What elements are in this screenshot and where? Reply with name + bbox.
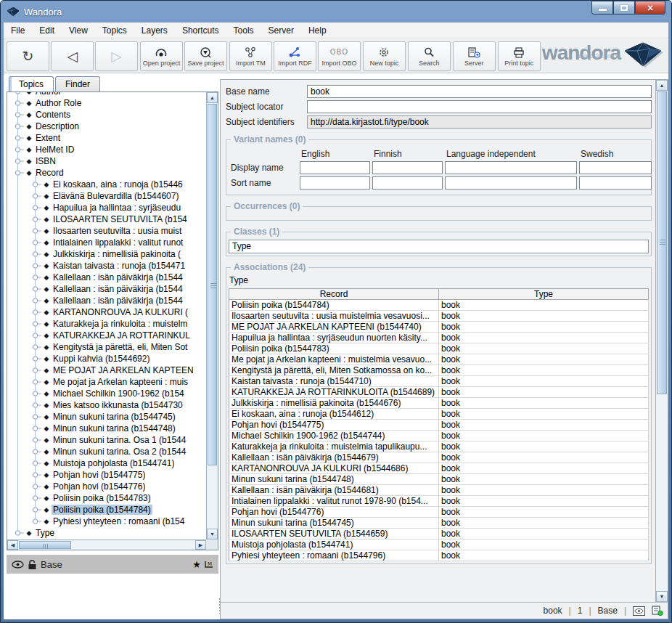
expand-handle-icon[interactable] bbox=[32, 248, 41, 260]
tree-item[interactable]: ◆Kallellaan : isän päiväkirja (b1544 bbox=[7, 283, 206, 295]
table-cell-type[interactable]: book bbox=[439, 365, 649, 376]
variant-input[interactable] bbox=[579, 161, 652, 174]
table-row[interactable]: KATURAKKEJA JA ROTTARINKULOITA (b1544689… bbox=[229, 387, 649, 398]
expand-handle-icon[interactable] bbox=[15, 121, 24, 132]
table-cell-type[interactable]: book bbox=[439, 452, 649, 463]
topic-preview-icon[interactable] bbox=[633, 606, 645, 616]
layer-bar[interactable]: Base ★ M bbox=[7, 555, 218, 574]
search-button[interactable]: Search bbox=[408, 41, 451, 71]
tree-scroll-thumb[interactable] bbox=[208, 104, 217, 465]
table-row[interactable]: Minun sukuni tarina (b1544745)book bbox=[229, 518, 649, 529]
tree-item[interactable]: ◆ISBN bbox=[7, 155, 206, 167]
expand-handle-icon[interactable] bbox=[32, 179, 41, 190]
tree-item[interactable]: ◆Minun sukuni tarina (b1544745) bbox=[7, 411, 206, 423]
tree-item[interactable]: ◆Pyhiesi yhteyteen : romaani (b154 bbox=[7, 516, 206, 527]
visibility-eye-icon[interactable] bbox=[12, 561, 24, 569]
expand-handle-icon[interactable] bbox=[32, 190, 41, 202]
tree-item[interactable]: ◆Author bbox=[7, 92, 206, 97]
tree-horizontal-scrollbar[interactable]: ◀ ▶ bbox=[7, 539, 206, 550]
menu-item-file[interactable]: File bbox=[4, 23, 32, 38]
tree-item[interactable]: ◆Minun sukuni tarina (b1544748) bbox=[7, 423, 206, 434]
titlebar[interactable]: Wandora bbox=[1, 1, 671, 23]
table-cell-record[interactable]: Kaistan taivasta : runoja (b1544710) bbox=[229, 376, 439, 387]
table-row[interactable]: Ilosaarten seutuvilta : uusia muistelmia… bbox=[229, 311, 649, 322]
menu-item-view[interactable]: View bbox=[62, 23, 95, 38]
expand-handle-icon[interactable] bbox=[15, 92, 24, 97]
table-cell-type[interactable]: book bbox=[439, 311, 649, 322]
expand-handle-icon[interactable] bbox=[15, 155, 24, 167]
expand-handle-icon[interactable] bbox=[32, 423, 41, 434]
tree-item[interactable]: ◆Kallellaan : isän päiväkirja (b1544 bbox=[7, 295, 206, 306]
expand-handle-icon[interactable] bbox=[32, 202, 41, 213]
star-icon[interactable]: ★ bbox=[192, 559, 201, 570]
table-cell-record[interactable]: Julkkiskirja : nimellisiä pakinoita (b15… bbox=[229, 398, 439, 409]
expand-handle-icon[interactable] bbox=[32, 353, 41, 365]
scroll-down-icon[interactable]: ▼ bbox=[207, 529, 218, 539]
minimize-button[interactable] bbox=[591, 1, 613, 15]
tree-item[interactable]: ◆Hapuilua ja hallintaa : syrjäseudu bbox=[7, 202, 206, 213]
expand-handle-icon[interactable] bbox=[32, 376, 41, 388]
table-row[interactable]: Poliisin poika (b1544784)book bbox=[229, 300, 649, 311]
scroll-left-icon[interactable]: ◀ bbox=[7, 540, 18, 550]
table-cell-type[interactable]: book bbox=[439, 300, 649, 311]
expand-handle-icon[interactable] bbox=[32, 318, 41, 330]
expand-handle-icon[interactable] bbox=[32, 365, 41, 376]
table-row[interactable]: Michael Schilkin 1900-1962 (b1544744)boo… bbox=[229, 431, 649, 441]
tree-item[interactable]: ◆KARTANONROUVA JA KULKURI ( bbox=[7, 306, 206, 318]
expand-handle-icon[interactable] bbox=[15, 527, 24, 539]
expand-handle-icon[interactable] bbox=[15, 97, 24, 109]
variant-input[interactable] bbox=[445, 161, 577, 174]
tree-item[interactable]: ◆Contents bbox=[7, 109, 206, 121]
base-name-input[interactable] bbox=[307, 85, 652, 98]
server-button[interactable]: Server bbox=[453, 41, 496, 71]
scroll-down-icon[interactable]: ▼ bbox=[656, 591, 668, 602]
tree-item[interactable]: ◆Ei koskaan, aina : runoja (b15446 bbox=[7, 179, 206, 190]
tree-item[interactable]: ◆ME POJAT JA ARKELAN KAPTEEN bbox=[7, 365, 206, 376]
tree-item[interactable]: ◆Mies katsoo ikkunasta (b1544730 bbox=[7, 399, 206, 411]
variant-input[interactable] bbox=[372, 161, 443, 174]
table-cell-type[interactable]: book bbox=[439, 539, 649, 550]
table-cell-record[interactable]: Pohjan hovi (b1544776) bbox=[229, 507, 439, 518]
table-cell-type[interactable]: book bbox=[439, 518, 649, 529]
table-cell-record[interactable]: Intialainen lippalakki : valitut runot 1… bbox=[229, 496, 439, 507]
variant-input[interactable] bbox=[300, 161, 370, 174]
table-cell-record[interactable]: Minun sukuni tarina (b1544748) bbox=[229, 474, 439, 485]
table-cell-record[interactable]: ILOSAARTEN SEUTUVILTA (b1544659) bbox=[229, 529, 439, 539]
expand-handle-icon[interactable] bbox=[32, 213, 41, 225]
tree-item[interactable]: ◆Type bbox=[7, 527, 206, 539]
table-row[interactable]: Minun sukuni tarina (b1544748)book bbox=[229, 474, 649, 485]
table-cell-record[interactable]: KATURAKKEJA JA ROTTARINKULOITA (b1544689… bbox=[229, 387, 439, 398]
expand-handle-icon[interactable] bbox=[32, 504, 41, 516]
scroll-right-icon[interactable]: ▶ bbox=[195, 540, 206, 550]
expand-handle-icon[interactable] bbox=[32, 237, 41, 248]
table-row[interactable]: ILOSAARTEN SEUTUVILTA (b1544659)book bbox=[229, 529, 649, 539]
variant-input[interactable] bbox=[372, 176, 443, 190]
table-cell-record[interactable]: Muistoja pohjolasta (b1544741) bbox=[229, 539, 439, 550]
tree-item[interactable]: ◆Kengitystä ja pärettä, eli, Miten Sot bbox=[7, 341, 206, 353]
tree-item[interactable]: ◆Katurakkeja ja rinkuloita : muistelm bbox=[7, 318, 206, 330]
table-cell-type[interactable]: book bbox=[439, 550, 649, 561]
tree-item[interactable]: ◆HelMet ID bbox=[7, 144, 206, 155]
table-cell-type[interactable]: book bbox=[439, 485, 649, 496]
expand-handle-icon[interactable] bbox=[32, 399, 41, 411]
scroll-up-icon[interactable]: ▲ bbox=[207, 92, 218, 103]
tree-item[interactable]: ◆Ilosaarten seutuvilta : uusia muist bbox=[7, 225, 206, 237]
import-tm-button[interactable]: Import TM bbox=[229, 41, 272, 71]
expand-handle-icon[interactable] bbox=[32, 306, 41, 318]
menu-item-shortcuts[interactable]: Shortcuts bbox=[175, 23, 226, 38]
expand-handle-icon[interactable] bbox=[32, 469, 41, 481]
table-row[interactable]: Pyhiesi yhteyteen : romaani (b1544796)bo… bbox=[229, 550, 649, 561]
table-cell-type[interactable]: book bbox=[439, 376, 649, 387]
table-cell-type[interactable]: book bbox=[439, 474, 649, 485]
tree-item[interactable]: ◆ILOSAARTEN SEUTUVILTA (b154 bbox=[7, 213, 206, 225]
expand-handle-icon[interactable] bbox=[32, 411, 41, 423]
expand-handle-icon[interactable] bbox=[32, 272, 41, 283]
table-row[interactable]: ME POJAT JA ARKELAN KAPTEENI (b1544740)b… bbox=[229, 322, 649, 333]
tree-item[interactable]: ◆Elävänä Bulevardilla (b1544607) bbox=[7, 190, 206, 202]
table-cell-record[interactable]: Kallellaan : isän päiväkirja (b1544679) bbox=[229, 452, 439, 463]
table-cell-record[interactable]: Kengitystä ja pärettä, eli, Miten Sotkam… bbox=[229, 365, 439, 376]
tree-item[interactable]: ◆Author Role bbox=[7, 97, 206, 109]
variant-input[interactable] bbox=[579, 176, 652, 190]
expand-handle-icon[interactable] bbox=[32, 295, 41, 306]
tree-item[interactable]: ◆Minun sukuni tarina. Osa 2 (b1544 bbox=[7, 446, 206, 457]
